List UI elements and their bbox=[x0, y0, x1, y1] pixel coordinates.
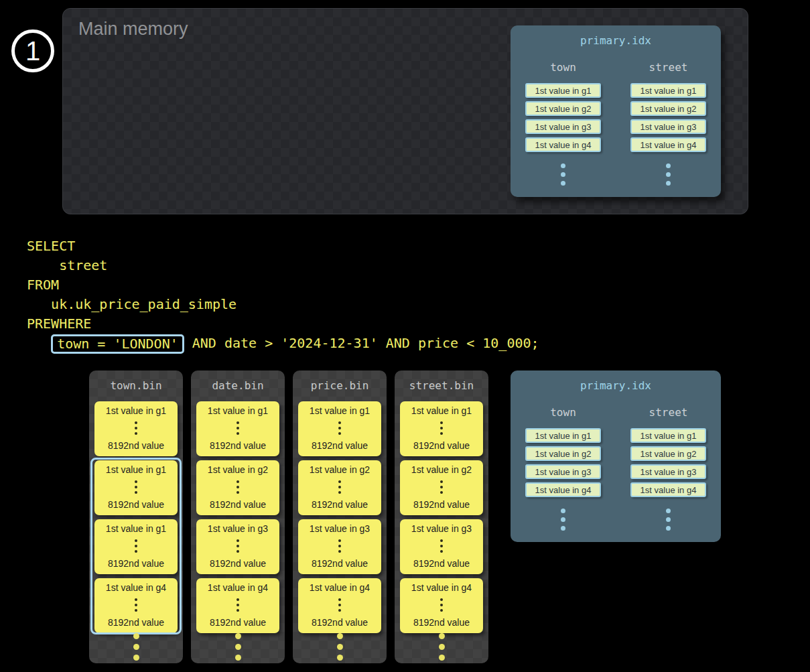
ellipsis-dots-icon bbox=[440, 539, 443, 553]
sql-indent bbox=[27, 335, 51, 351]
ellipsis-dots-icon bbox=[237, 598, 239, 612]
index-entry-chip: 1st value in g2 bbox=[525, 101, 601, 116]
granule-last-value: 8192nd value bbox=[312, 558, 368, 569]
granule-last-value: 8192nd value bbox=[108, 499, 164, 510]
primary-idx-column-town: town 1st value in g1 1st value in g2 1st… bbox=[511, 61, 616, 186]
ellipsis-dots-icon bbox=[440, 598, 443, 612]
primary-idx-column-street: street 1st value in g1 1st value in g2 1… bbox=[616, 61, 721, 186]
ellipsis-dots-icon bbox=[440, 421, 443, 435]
primary-idx-title: primary.idx bbox=[511, 25, 721, 47]
bin-title: date.bin bbox=[191, 371, 285, 392]
granule-block: 1st value in g2 8192nd value bbox=[298, 460, 381, 515]
ellipsis-dots-icon bbox=[666, 163, 671, 186]
column-header-street: street bbox=[649, 61, 688, 74]
granule-stack: 1st value in g1 8192nd value 1st value i… bbox=[94, 401, 178, 637]
index-entry-chip: 1st value in g4 bbox=[630, 482, 706, 497]
sql-predicates-rest: AND date > '2024-12-31' AND price < 10_0… bbox=[184, 335, 539, 351]
granule-first-value: 1st value in g3 bbox=[310, 523, 370, 534]
bin-street: street.bin 1st value in g1 8192nd value … bbox=[395, 371, 488, 663]
index-entry-chip: 1st value in g3 bbox=[630, 119, 706, 134]
ellipsis-dots-icon bbox=[338, 480, 341, 494]
granule-block: 1st value in g1 8192nd value bbox=[94, 460, 178, 515]
index-entry-chip: 1st value in g1 bbox=[630, 428, 706, 443]
ellipsis-dots-icon bbox=[338, 598, 341, 612]
ellipsis-dots-icon bbox=[395, 633, 488, 661]
bin-price: price.bin 1st value in g1 8192nd value 1… bbox=[293, 371, 387, 663]
granule-first-value: 1st value in g2 bbox=[411, 464, 472, 475]
primary-idx-columns: town 1st value in g1 1st value in g2 1st… bbox=[511, 406, 721, 531]
ellipsis-dots-icon bbox=[89, 633, 183, 661]
index-entry-chip: 1st value in g2 bbox=[630, 101, 706, 116]
granule-first-value: 1st value in g3 bbox=[208, 523, 268, 534]
granule-first-value: 1st value in g4 bbox=[208, 582, 268, 593]
granule-last-value: 8192nd value bbox=[413, 499, 470, 510]
granule-first-value: 1st value in g4 bbox=[106, 582, 166, 593]
granule-first-value: 1st value in g1 bbox=[106, 405, 166, 416]
ellipsis-dots-icon bbox=[440, 480, 443, 494]
ellipsis-dots-icon bbox=[561, 163, 565, 186]
granule-last-value: 8192nd value bbox=[108, 617, 164, 628]
primary-idx-column-town: town 1st value in g1 1st value in g2 1st… bbox=[511, 406, 616, 531]
ellipsis-dots-icon bbox=[191, 633, 285, 661]
sql-query-code: SELECT street FROM uk.uk_price_paid_simp… bbox=[27, 237, 539, 353]
index-entry-chip: 1st value in g1 bbox=[630, 83, 706, 98]
main-memory-title: Main memory bbox=[78, 19, 188, 40]
column-header-street: street bbox=[649, 406, 688, 419]
granule-block: 1st value in g1 8192nd value bbox=[298, 401, 381, 456]
prewhere-predicate-highlight: town = 'LONDON' bbox=[51, 334, 184, 354]
ellipsis-dots-icon bbox=[237, 480, 239, 494]
column-files-row: town.bin 1st value in g1 8192nd value 1s… bbox=[89, 371, 488, 663]
primary-idx-panel-memory: primary.idx town 1st value in g1 1st val… bbox=[511, 25, 721, 197]
sql-line-predicates: town = 'LONDON' AND date > '2024-12-31' … bbox=[27, 334, 539, 353]
granule-last-value: 8192nd value bbox=[312, 617, 368, 628]
granule-block: 1st value in g3 8192nd value bbox=[400, 519, 483, 574]
primary-idx-column-street: street 1st value in g1 1st value in g2 1… bbox=[616, 406, 721, 531]
ellipsis-dots-icon bbox=[135, 480, 137, 494]
granule-block: 1st value in g2 8192nd value bbox=[400, 460, 483, 515]
granule-first-value: 1st value in g1 bbox=[310, 405, 370, 416]
index-entry-chip: 1st value in g3 bbox=[630, 464, 706, 479]
bin-title: town.bin bbox=[89, 371, 183, 392]
granule-first-value: 1st value in g1 bbox=[411, 405, 472, 416]
step-1-number: 1 bbox=[25, 36, 40, 66]
column-header-town: town bbox=[550, 61, 576, 74]
ellipsis-dots-icon bbox=[293, 633, 387, 661]
granule-first-value: 1st value in g1 bbox=[208, 405, 268, 416]
granule-block: 1st value in g3 8192nd value bbox=[196, 519, 279, 574]
index-entry-chip: 1st value in g2 bbox=[525, 446, 601, 461]
ellipsis-dots-icon bbox=[237, 539, 239, 553]
ellipsis-dots-icon bbox=[237, 421, 239, 435]
granule-last-value: 8192nd value bbox=[413, 558, 470, 569]
diagram-canvas: 1 Main memory primary.idx town 1st value… bbox=[0, 0, 810, 672]
index-entry-chip: 1st value in g2 bbox=[630, 446, 706, 461]
ellipsis-dots-icon bbox=[338, 421, 341, 435]
granule-first-value: 1st value in g1 bbox=[106, 523, 166, 534]
granule-first-value: 1st value in g1 bbox=[106, 464, 166, 475]
ellipsis-dots-icon bbox=[135, 539, 137, 553]
granule-first-value: 1st value in g4 bbox=[310, 582, 370, 593]
granule-last-value: 8192nd value bbox=[312, 499, 368, 510]
granule-first-value: 1st value in g2 bbox=[208, 464, 268, 475]
granule-block: 1st value in g4 8192nd value bbox=[196, 578, 279, 633]
granule-last-value: 8192nd value bbox=[210, 558, 266, 569]
ellipsis-dots-icon bbox=[135, 598, 137, 612]
granule-last-value: 8192nd value bbox=[210, 440, 266, 451]
ellipsis-dots-icon bbox=[135, 421, 137, 435]
granule-block: 1st value in g1 8192nd value bbox=[94, 401, 178, 456]
granule-last-value: 8192nd value bbox=[413, 440, 470, 451]
primary-idx-columns: town 1st value in g1 1st value in g2 1st… bbox=[511, 61, 721, 186]
granule-last-value: 8192nd value bbox=[312, 440, 368, 451]
granule-stack: 1st value in g1 8192nd value 1st value i… bbox=[400, 401, 483, 637]
index-entry-chip: 1st value in g1 bbox=[525, 83, 601, 98]
granule-block: 1st value in g1 8192nd value bbox=[196, 401, 279, 456]
sql-line-from: FROM bbox=[27, 275, 539, 295]
bin-town: town.bin 1st value in g1 8192nd value 1s… bbox=[89, 371, 183, 663]
sql-line-table: uk.uk_price_paid_simple bbox=[27, 295, 539, 314]
granule-last-value: 8192nd value bbox=[210, 499, 266, 510]
primary-idx-title: primary.idx bbox=[511, 371, 721, 392]
granule-last-value: 8192nd value bbox=[413, 617, 470, 628]
index-entry-chip: 1st value in g4 bbox=[525, 137, 601, 152]
granule-last-value: 8192nd value bbox=[108, 440, 164, 451]
granule-last-value: 8192nd value bbox=[210, 617, 266, 628]
granule-first-value: 1st value in g3 bbox=[411, 523, 472, 534]
